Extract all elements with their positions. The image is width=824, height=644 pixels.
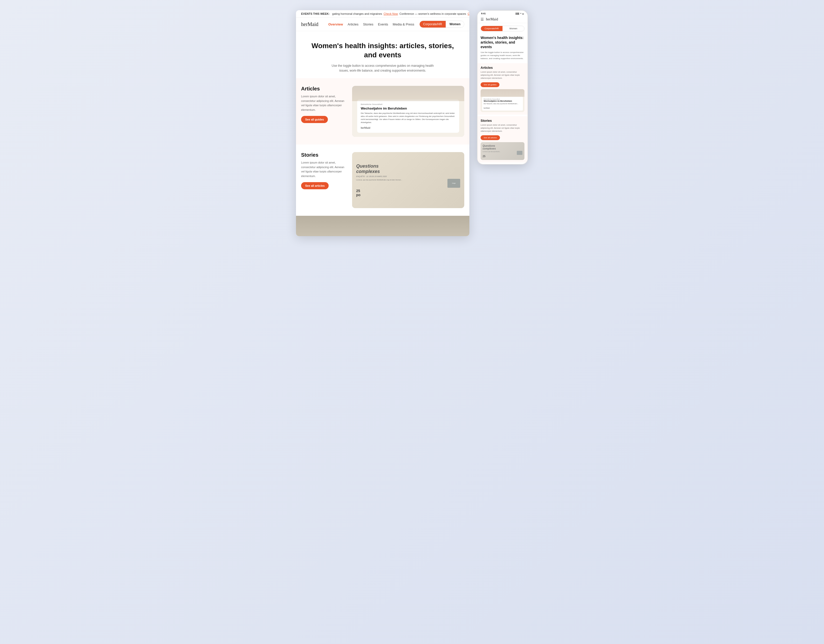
phone-article-title: Wechseljahre im Berufsleben <box>484 100 521 102</box>
phone-article-inner: Betriebliche Gesundheit Wechseljahre im … <box>482 97 523 110</box>
phone-stories-description: Lorem ipsum dolor sit amet, consectetur … <box>481 124 524 133</box>
hero-subtitle: Use the toggle button to access comprehe… <box>329 63 436 73</box>
phone-article-card: Betriebliche Gesundheit Wechseljahre im … <box>481 89 524 112</box>
phone-time: 9:41 <box>481 12 486 15</box>
see-all-articles-button[interactable]: See all articles <box>301 182 329 189</box>
stories-text: Stories Lorem ipsum dolor sit amet, cons… <box>301 152 352 189</box>
phone-hero: Women's health insights: articles, stori… <box>478 33 527 62</box>
announcement-text-2: Conference — women's wellness in corpora… <box>400 12 466 15</box>
see-all-guides-button[interactable]: See all guides <box>301 116 328 123</box>
stories-image: Questionscomplexes ENQUÊTE · LE JEUDI 26… <box>352 152 464 208</box>
toggle-women[interactable]: Women <box>446 21 464 28</box>
phone-see-all-guides[interactable]: See all guides <box>481 82 500 87</box>
hero-section: Women's health insights: articles, stori… <box>296 31 469 78</box>
nav-events[interactable]: Events <box>378 22 388 26</box>
announcement-link-2[interactable]: Check Now <box>467 12 469 15</box>
navigation: herMaid Overview Articles Stories Events… <box>296 18 469 31</box>
wifi-icon: ▾ <box>520 12 521 15</box>
nav-stories[interactable]: Stories <box>363 22 373 26</box>
phone-article-logo: herMaid <box>484 107 521 109</box>
phone-see-all-articles[interactable]: See all articles <box>481 135 500 140</box>
articles-image: Betriebliche Gesundheit Wechseljahre im … <box>352 86 464 137</box>
desktop-browser: EVENTS THIS WEEK: gating hormonal change… <box>296 10 469 236</box>
article-card-inner: Betriebliche Gesundheit Wechseljahre im … <box>357 100 459 133</box>
nav-links: Overview Articles Stories Events Media &… <box>328 22 414 26</box>
articles-section: Articles Lorem ipsum dolor sit amet, con… <box>296 78 469 144</box>
article-card-body: Die Tatsache, dass das psychische Wohlbe… <box>361 112 456 124</box>
phone-article-body: Die Tatsache, dass das psychische Wohlbe… <box>484 103 521 105</box>
newspaper-image: Questionscomplexes ENQUÊTE · LE JEUDI 26… <box>352 152 464 208</box>
phone-stories-section: Stories Lorem ipsum dolor sit amet, cons… <box>478 116 527 163</box>
articles-description: Lorem ipsum dolor sit amet, consectetur … <box>301 94 347 112</box>
mobile-phone: 9:41 ▌▌▌ ▾ ▬ ☰ herMaid Corporate/HR Wome… <box>477 10 528 164</box>
hamburger-icon[interactable]: ☰ <box>481 17 484 21</box>
logo: herMaid <box>301 21 318 27</box>
nav-articles[interactable]: Articles <box>347 22 358 26</box>
announcement-link-1[interactable]: Check Now <box>384 12 398 15</box>
phone-toggle-women[interactable]: Women <box>503 26 524 31</box>
phone-hero-title: Women's health insights: articles, stori… <box>481 35 524 49</box>
view-toggle: Corporate/HR Women <box>420 21 464 28</box>
phone-stories-title: Stories <box>481 119 524 123</box>
hero-title: Women's health insights: articles, stori… <box>311 41 454 60</box>
article-card: Betriebliche Gesundheit Wechseljahre im … <box>352 86 464 137</box>
nav-overview[interactable]: Overview <box>328 22 343 26</box>
battery-icon: ▬ <box>522 13 524 15</box>
stories-title: Stories <box>301 152 347 158</box>
signal-icon: ▌▌▌ <box>516 13 520 15</box>
phone-articles-section: Articles Lorem ipsum dolor sit amet, con… <box>478 63 527 115</box>
announcement-label: EVENTS THIS WEEK: <box>301 12 330 15</box>
article-tag: Betriebliche Gesundheit <box>361 103 456 106</box>
announcement-bar: EVENTS THIS WEEK: gating hormonal change… <box>296 10 469 18</box>
articles-title: Articles <box>301 86 347 92</box>
bottom-image <box>296 216 469 236</box>
phone-navigation: ☰ herMaid <box>478 16 527 23</box>
stories-description: Lorem ipsum dolor sit amet, consectetur … <box>301 161 347 178</box>
nav-media[interactable]: Media & Press <box>393 22 414 26</box>
article-card-title: Wechseljahre im Berufsleben <box>361 106 456 110</box>
phone-articles-description: Lorem ipsum dolor sit amet, consectetur … <box>481 71 524 80</box>
toggle-corporate[interactable]: Corporate/HR <box>420 21 446 28</box>
phone-status-bar: 9:41 ▌▌▌ ▾ ▬ <box>478 11 527 16</box>
article-card-logo: herMaid <box>361 126 456 129</box>
phone-logo: herMaid <box>486 17 498 21</box>
stories-section: Stories Lorem ipsum dolor sit amet, cons… <box>296 144 469 216</box>
phone-toggle-corporate[interactable]: Corporate/HR <box>481 26 503 31</box>
announcement-text-1: gating hormonal changes and migraines <box>332 12 382 15</box>
phone-view-toggle: Corporate/HR Women <box>481 26 524 31</box>
phone-articles-title: Articles <box>481 66 524 69</box>
phone-newspaper-image: Questionscomplexes La tenue, que das psy… <box>481 142 524 160</box>
articles-text: Articles Lorem ipsum dolor sit amet, con… <box>301 86 352 123</box>
phone-status-icons: ▌▌▌ ▾ ▬ <box>516 12 524 15</box>
phone-hero-subtitle: Use the toggle button to access comprehe… <box>481 51 524 60</box>
